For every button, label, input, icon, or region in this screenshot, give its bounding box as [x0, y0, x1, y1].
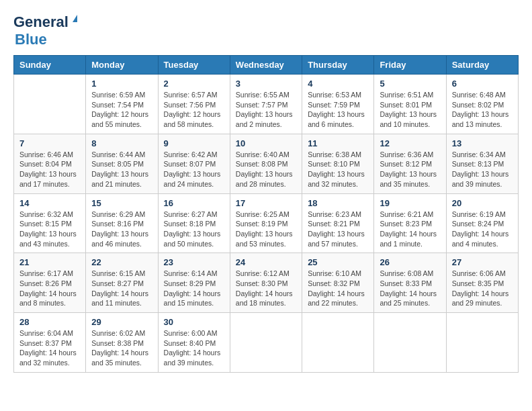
day-info: Sunrise: 6:15 AM Sunset: 8:27 PM Dayligh… [91, 269, 152, 308]
day-info: Sunrise: 6:38 AM Sunset: 8:10 PM Dayligh… [308, 150, 368, 189]
calendar-cell: 12Sunrise: 6:36 AM Sunset: 8:12 PM Dayli… [374, 134, 446, 193]
day-number: 25 [308, 257, 368, 267]
day-info: Sunrise: 6:25 AM Sunset: 8:19 PM Dayligh… [236, 210, 296, 249]
day-number: 2 [164, 79, 224, 89]
day-number: 13 [452, 138, 513, 148]
day-number: 20 [452, 198, 513, 208]
calendar-cell: 8Sunrise: 6:44 AM Sunset: 8:05 PM Daylig… [86, 134, 158, 193]
day-info: Sunrise: 6:36 AM Sunset: 8:12 PM Dayligh… [380, 150, 440, 189]
day-info: Sunrise: 6:55 AM Sunset: 7:57 PM Dayligh… [236, 90, 296, 130]
calendar-cell: 11Sunrise: 6:38 AM Sunset: 8:10 PM Dayli… [302, 134, 374, 193]
calendar-week-row: 28Sunrise: 6:04 AM Sunset: 8:37 PM Dayli… [14, 313, 519, 373]
day-info: Sunrise: 6:17 AM Sunset: 8:26 PM Dayligh… [19, 269, 80, 308]
day-number: 10 [236, 138, 296, 148]
day-info: Sunrise: 6:59 AM Sunset: 7:54 PM Dayligh… [91, 90, 152, 130]
calendar-cell: 3Sunrise: 6:55 AM Sunset: 7:57 PM Daylig… [230, 75, 302, 134]
day-info: Sunrise: 6:14 AM Sunset: 8:29 PM Dayligh… [164, 269, 224, 308]
day-number: 15 [91, 198, 152, 208]
page-header: General Blue [13, 13, 519, 48]
calendar-cell: 9Sunrise: 6:42 AM Sunset: 8:07 PM Daylig… [158, 134, 230, 193]
day-info: Sunrise: 6:02 AM Sunset: 8:38 PM Dayligh… [91, 328, 152, 368]
day-info: Sunrise: 6:00 AM Sunset: 8:40 PM Dayligh… [164, 328, 224, 368]
day-info: Sunrise: 6:46 AM Sunset: 8:04 PM Dayligh… [19, 150, 80, 189]
day-number: 4 [308, 79, 368, 89]
calendar-cell: 30Sunrise: 6:00 AM Sunset: 8:40 PM Dayli… [158, 313, 230, 373]
day-info: Sunrise: 6:27 AM Sunset: 8:18 PM Dayligh… [164, 210, 224, 249]
calendar-cell: 7Sunrise: 6:46 AM Sunset: 8:04 PM Daylig… [14, 134, 86, 193]
day-info: Sunrise: 6:53 AM Sunset: 7:59 PM Dayligh… [308, 90, 368, 130]
day-info: Sunrise: 6:42 AM Sunset: 8:07 PM Dayligh… [164, 150, 224, 189]
day-info: Sunrise: 6:10 AM Sunset: 8:32 PM Dayligh… [308, 269, 368, 308]
weekday-header-saturday: Saturday [446, 56, 518, 75]
calendar-week-row: 1Sunrise: 6:59 AM Sunset: 7:54 PM Daylig… [14, 75, 519, 134]
day-number: 8 [91, 138, 152, 148]
day-number: 19 [380, 198, 440, 208]
day-info: Sunrise: 6:06 AM Sunset: 8:35 PM Dayligh… [452, 269, 513, 308]
day-info: Sunrise: 6:44 AM Sunset: 8:05 PM Dayligh… [91, 150, 152, 189]
calendar-cell [230, 313, 302, 373]
day-info: Sunrise: 6:29 AM Sunset: 8:16 PM Dayligh… [91, 210, 152, 249]
calendar-cell: 25Sunrise: 6:10 AM Sunset: 8:32 PM Dayli… [302, 253, 374, 313]
weekday-header-monday: Monday [86, 56, 158, 75]
calendar-cell: 16Sunrise: 6:27 AM Sunset: 8:18 PM Dayli… [158, 193, 230, 253]
logo: General Blue [13, 13, 77, 48]
day-number: 5 [380, 79, 440, 89]
calendar-cell: 22Sunrise: 6:15 AM Sunset: 8:27 PM Dayli… [86, 253, 158, 313]
calendar-cell: 10Sunrise: 6:40 AM Sunset: 8:08 PM Dayli… [230, 134, 302, 193]
calendar-cell [302, 313, 374, 373]
day-info: Sunrise: 6:19 AM Sunset: 8:24 PM Dayligh… [452, 210, 513, 249]
calendar-cell: 14Sunrise: 6:32 AM Sunset: 8:15 PM Dayli… [14, 193, 86, 253]
day-number: 12 [380, 138, 440, 148]
day-number: 22 [91, 257, 152, 267]
calendar-cell [374, 313, 446, 373]
calendar-cell: 21Sunrise: 6:17 AM Sunset: 8:26 PM Dayli… [14, 253, 86, 313]
calendar-cell: 15Sunrise: 6:29 AM Sunset: 8:16 PM Dayli… [86, 193, 158, 253]
day-info: Sunrise: 6:32 AM Sunset: 8:15 PM Dayligh… [19, 210, 80, 249]
weekday-header-friday: Friday [374, 56, 446, 75]
calendar-cell: 24Sunrise: 6:12 AM Sunset: 8:30 PM Dayli… [230, 253, 302, 313]
day-number: 3 [236, 79, 296, 89]
day-info: Sunrise: 6:04 AM Sunset: 8:37 PM Dayligh… [19, 328, 80, 368]
calendar-cell: 29Sunrise: 6:02 AM Sunset: 8:38 PM Dayli… [86, 313, 158, 373]
calendar-week-row: 14Sunrise: 6:32 AM Sunset: 8:15 PM Dayli… [14, 193, 519, 253]
day-info: Sunrise: 6:48 AM Sunset: 8:02 PM Dayligh… [452, 90, 513, 130]
calendar-week-row: 21Sunrise: 6:17 AM Sunset: 8:26 PM Dayli… [14, 253, 519, 313]
calendar-cell: 4Sunrise: 6:53 AM Sunset: 7:59 PM Daylig… [302, 75, 374, 134]
calendar-week-row: 7Sunrise: 6:46 AM Sunset: 8:04 PM Daylig… [14, 134, 519, 193]
day-number: 24 [236, 257, 296, 267]
logo-blue: Blue [15, 31, 47, 48]
day-number: 21 [19, 257, 80, 267]
day-number: 9 [164, 138, 224, 148]
weekday-header-thursday: Thursday [302, 56, 374, 75]
day-number: 7 [19, 138, 80, 148]
calendar-cell [446, 313, 518, 373]
weekday-header-tuesday: Tuesday [158, 56, 230, 75]
day-number: 11 [308, 138, 368, 148]
calendar-cell: 27Sunrise: 6:06 AM Sunset: 8:35 PM Dayli… [446, 253, 518, 313]
calendar-cell: 28Sunrise: 6:04 AM Sunset: 8:37 PM Dayli… [14, 313, 86, 373]
calendar-cell: 19Sunrise: 6:21 AM Sunset: 8:23 PM Dayli… [374, 193, 446, 253]
calendar-cell: 5Sunrise: 6:51 AM Sunset: 8:01 PM Daylig… [374, 75, 446, 134]
day-info: Sunrise: 6:23 AM Sunset: 8:21 PM Dayligh… [308, 210, 368, 249]
calendar-cell: 13Sunrise: 6:34 AM Sunset: 8:13 PM Dayli… [446, 134, 518, 193]
calendar-cell: 20Sunrise: 6:19 AM Sunset: 8:24 PM Dayli… [446, 193, 518, 253]
day-info: Sunrise: 6:21 AM Sunset: 8:23 PM Dayligh… [380, 210, 440, 249]
calendar-cell: 23Sunrise: 6:14 AM Sunset: 8:29 PM Dayli… [158, 253, 230, 313]
calendar-cell: 26Sunrise: 6:08 AM Sunset: 8:33 PM Dayli… [374, 253, 446, 313]
calendar-cell: 2Sunrise: 6:57 AM Sunset: 7:56 PM Daylig… [158, 75, 230, 134]
day-number: 28 [19, 317, 80, 327]
day-number: 29 [91, 317, 152, 327]
calendar-cell: 17Sunrise: 6:25 AM Sunset: 8:19 PM Dayli… [230, 193, 302, 253]
day-number: 23 [164, 257, 224, 267]
day-number: 16 [164, 198, 224, 208]
day-number: 18 [308, 198, 368, 208]
day-info: Sunrise: 6:51 AM Sunset: 8:01 PM Dayligh… [380, 90, 440, 130]
calendar-cell: 1Sunrise: 6:59 AM Sunset: 7:54 PM Daylig… [86, 75, 158, 134]
calendar-table: SundayMondayTuesdayWednesdayThursdayFrid… [13, 55, 519, 373]
calendar-cell: 18Sunrise: 6:23 AM Sunset: 8:21 PM Dayli… [302, 193, 374, 253]
logo-general: General [13, 13, 69, 30]
calendar-cell: 6Sunrise: 6:48 AM Sunset: 8:02 PM Daylig… [446, 75, 518, 134]
day-number: 14 [19, 198, 80, 208]
day-info: Sunrise: 6:12 AM Sunset: 8:30 PM Dayligh… [236, 269, 296, 308]
day-info: Sunrise: 6:34 AM Sunset: 8:13 PM Dayligh… [452, 150, 513, 189]
